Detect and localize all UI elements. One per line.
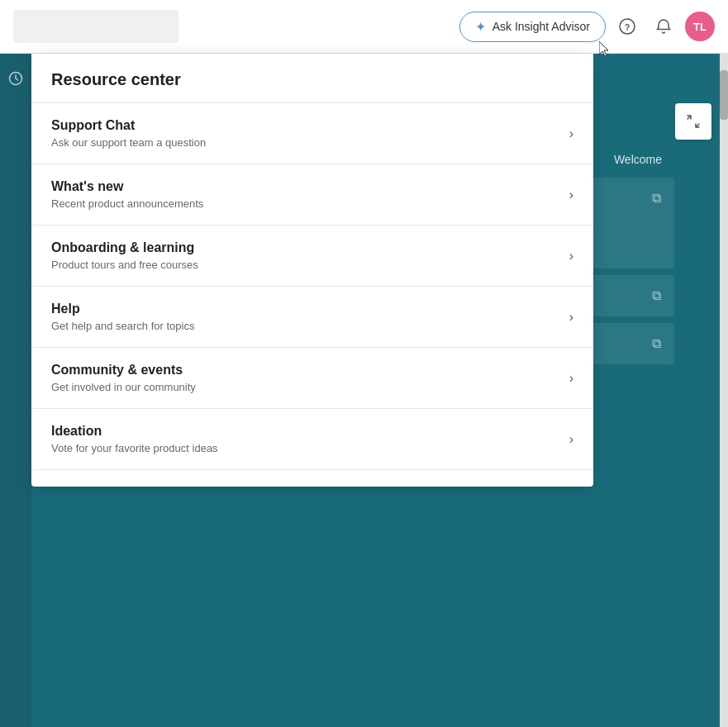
help-title: Help (51, 302, 559, 316)
help-desc: Get help and search for topics (51, 320, 559, 332)
clock-icon (8, 71, 23, 86)
resource-center-panel: Resource center Support Chat Ask our sup… (31, 54, 593, 487)
header-actions: ✦ Ask Insight Advisor ? TL (459, 12, 715, 42)
collapse-button[interactable] (675, 103, 711, 140)
support-chat-desc: Ask our support team a question (51, 136, 559, 149)
notifications-button[interactable] (649, 12, 678, 41)
onboarding-desc: Product tours and free courses (51, 259, 559, 271)
support-chat-chevron: › (569, 126, 573, 141)
resource-panel-title: Resource center (51, 70, 181, 88)
ask-insight-label: Ask Insight Advisor (492, 20, 590, 33)
welcome-text: Welcome (614, 153, 662, 166)
help-icon: ? (619, 18, 635, 35)
scrollbar[interactable] (720, 54, 728, 727)
ideation-title: Ideation (51, 424, 559, 439)
avatar-label: TL (693, 21, 707, 33)
header-left-area (13, 10, 178, 43)
community-desc: Get involved in our community (51, 381, 559, 393)
svg-text:?: ? (625, 22, 630, 32)
community-chevron: › (569, 371, 573, 386)
whats-new-item[interactable]: What's new Recent product announcements … (31, 164, 593, 226)
left-sidebar (0, 54, 31, 727)
ideation-item[interactable]: Ideation Vote for your favorite product … (31, 409, 593, 470)
community-content: Community & events Get involved in our c… (51, 363, 559, 393)
support-chat-title: Support Chat (51, 118, 559, 133)
ideation-content: Ideation Vote for your favorite product … (51, 424, 559, 454)
onboarding-content: Onboarding & learning Product tours and … (51, 240, 559, 271)
help-item[interactable]: Help Get help and search for topics › (31, 287, 593, 348)
whats-new-content: What's new Recent product announcements (51, 179, 559, 210)
collapse-icon (686, 114, 701, 129)
community-title: Community & events (51, 363, 559, 378)
onboarding-item[interactable]: Onboarding & learning Product tours and … (31, 226, 593, 287)
avatar-button[interactable]: TL (685, 12, 715, 41)
support-chat-content: Support Chat Ask our support team a ques… (51, 118, 559, 149)
spark-icon: ✦ (475, 19, 486, 35)
community-item[interactable]: Community & events Get involved in our c… (31, 348, 593, 409)
help-content: Help Get help and search for topics (51, 302, 559, 332)
onboarding-title: Onboarding & learning (51, 240, 559, 255)
external-link-icon-2[interactable]: ⧉ (652, 288, 661, 303)
whats-new-chevron: › (569, 188, 573, 202)
ideation-chevron: › (569, 432, 573, 447)
whats-new-title: What's new (51, 179, 559, 194)
onboarding-chevron: › (569, 249, 573, 264)
whats-new-desc: Recent product announcements (51, 197, 559, 210)
ask-insight-button[interactable]: ✦ Ask Insight Advisor (459, 12, 606, 42)
help-button[interactable]: ? (612, 12, 642, 41)
sidebar-icon-1[interactable] (4, 67, 27, 90)
ideation-desc: Vote for your favorite product ideas (51, 442, 559, 454)
external-link-icon-1[interactable]: ⧉ (652, 191, 661, 206)
external-link-icon-3[interactable]: ⧉ (652, 336, 661, 351)
header: ✦ Ask Insight Advisor ? TL (0, 0, 728, 54)
support-chat-item[interactable]: Support Chat Ask our support team a ques… (31, 103, 593, 164)
scrollbar-thumb[interactable] (720, 70, 728, 120)
help-chevron: › (569, 310, 573, 325)
bell-icon (655, 18, 672, 35)
resource-panel-header: Resource center (31, 54, 593, 103)
